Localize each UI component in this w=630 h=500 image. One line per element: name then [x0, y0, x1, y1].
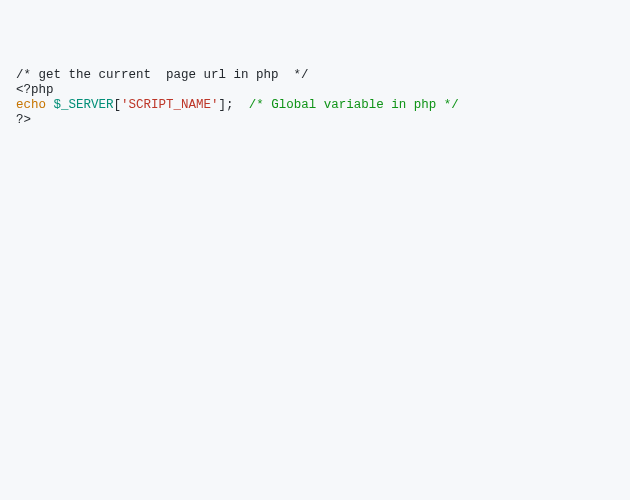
code-line-1: /* get the current page url in php */ — [16, 68, 614, 83]
php-close-tag: ?> — [16, 113, 31, 127]
code-line-4: ?> — [16, 113, 614, 128]
string-literal: 'SCRIPT_NAME' — [121, 98, 219, 112]
server-variable: $_SERVER — [54, 98, 114, 112]
code-line-3: echo $_SERVER['SCRIPT_NAME']; /* Global … — [16, 98, 614, 113]
comment-block: /* get the current page url in php */ — [16, 68, 309, 82]
php-open-tag: <?php — [16, 83, 54, 97]
code-line-2: <?php — [16, 83, 614, 98]
echo-keyword: echo — [16, 98, 46, 112]
space — [46, 98, 54, 112]
space — [234, 98, 249, 112]
open-bracket: [ — [114, 98, 122, 112]
inline-comment: /* Global variable in php */ — [249, 98, 459, 112]
close-bracket-semi: ]; — [219, 98, 234, 112]
